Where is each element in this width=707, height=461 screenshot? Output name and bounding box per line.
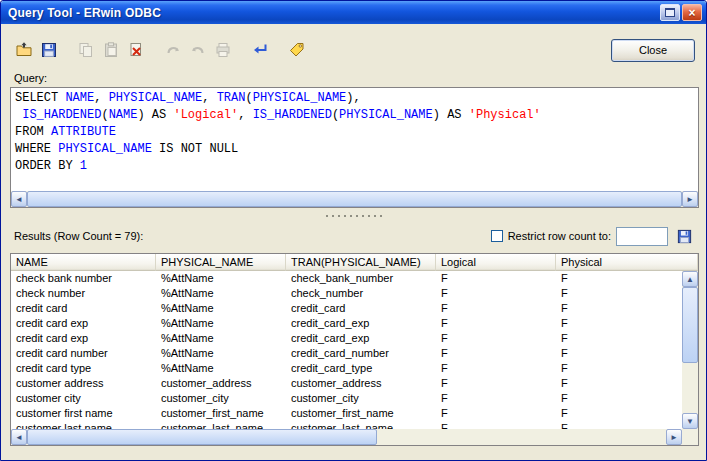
sql-token: SELECT xyxy=(15,91,65,105)
table-row[interactable]: check number%AttNamecheck_numberFF xyxy=(11,286,682,301)
sql-token: , xyxy=(238,108,252,122)
table-cell: F xyxy=(556,361,682,376)
table-row[interactable]: customer addresscustomer_addresscustomer… xyxy=(11,376,682,391)
execute-button[interactable] xyxy=(247,38,272,62)
restrict-checkbox[interactable] xyxy=(491,230,503,242)
open-icon xyxy=(15,41,33,59)
sql-token: NAME xyxy=(109,108,138,122)
table-row[interactable]: customer citycustomer_citycustomer_cityF… xyxy=(11,391,682,406)
column-header-name[interactable]: NAME xyxy=(11,254,156,271)
paste-icon xyxy=(102,41,120,59)
results-vscrollbar[interactable]: ▲ ▼ xyxy=(682,271,698,429)
results-hscrollbar[interactable]: ◄ ► xyxy=(11,429,682,445)
sql-token: NAME xyxy=(65,91,94,105)
tag-button[interactable] xyxy=(284,38,309,62)
scroll-up-button[interactable]: ▲ xyxy=(682,271,698,287)
scroll-left-button[interactable]: ◄ xyxy=(11,191,27,207)
scroll-down-button[interactable]: ▼ xyxy=(682,413,698,429)
table-cell: F xyxy=(556,406,682,421)
sql-token: PHYSICAL_NAME xyxy=(339,108,433,122)
table-cell: customer city xyxy=(11,391,156,406)
table-cell: %AttName xyxy=(156,331,286,346)
sql-token: ) xyxy=(433,108,447,122)
sql-token: FROM xyxy=(15,125,51,139)
column-header-tran-physical-name[interactable]: TRAN(PHYSICAL_NAME) xyxy=(286,254,436,271)
table-row[interactable]: customer last namecustomer_last_namecust… xyxy=(11,421,682,429)
table-cell: credit_card xyxy=(286,301,436,316)
table-cell: credit card exp xyxy=(11,331,156,346)
table-row[interactable]: check bank number%AttNamecheck_bank_numb… xyxy=(11,271,682,286)
copy-button[interactable] xyxy=(73,38,98,62)
sql-token: IS_HARDENED xyxy=(253,108,332,122)
table-cell: customer_first_name xyxy=(286,406,436,421)
table-cell: %AttName xyxy=(156,361,286,376)
scroll-left-button[interactable]: ◄ xyxy=(11,429,27,445)
sql-token: ( xyxy=(245,91,252,105)
title-bar[interactable]: Query Tool - ERwin ODBC × xyxy=(1,1,706,24)
table-cell: %AttName xyxy=(156,286,286,301)
column-header-physical-name[interactable]: PHYSICAL_NAME xyxy=(156,254,286,271)
query-line: IS_HARDENED(NAME) AS 'Logical', IS_HARDE… xyxy=(15,107,694,124)
paste-button[interactable] xyxy=(98,38,123,62)
toolbar: Close xyxy=(11,37,695,63)
table-cell: customer_first_name xyxy=(156,406,286,421)
table-cell: F xyxy=(556,331,682,346)
save-results-button[interactable] xyxy=(673,226,695,246)
table-row[interactable]: credit card type%AttNamecredit_card_type… xyxy=(11,361,682,376)
close-button[interactable]: Close xyxy=(611,39,695,62)
close-window-button[interactable]: × xyxy=(682,4,702,21)
sql-token: ORDER BY xyxy=(15,159,80,173)
table-cell: check_bank_number xyxy=(286,271,436,286)
open-button[interactable] xyxy=(11,38,36,62)
sql-token: , xyxy=(94,91,108,105)
redo-button[interactable] xyxy=(185,38,210,62)
table-row[interactable]: credit card exp%AttNamecredit_card_expFF xyxy=(11,316,682,331)
sql-token: ), xyxy=(346,91,360,105)
table-cell: F xyxy=(556,286,682,301)
sql-token: AS xyxy=(152,108,174,122)
query-hscrollbar[interactable]: ◄ ► xyxy=(11,191,698,207)
results-header-row: NAMEPHYSICAL_NAMETRAN(PHYSICAL_NAME)Logi… xyxy=(11,254,698,271)
table-cell: customer_city xyxy=(156,391,286,406)
table-cell: F xyxy=(556,391,682,406)
sql-token: ATTRIBUTE xyxy=(51,125,116,139)
splitter[interactable] xyxy=(1,209,706,223)
sql-token: PHYSICAL_NAME xyxy=(253,91,347,105)
table-row[interactable]: credit card number%AttNamecredit_card_nu… xyxy=(11,346,682,361)
maximize-button[interactable] xyxy=(660,4,680,21)
table-row[interactable]: credit card exp%AttNamecredit_card_expFF xyxy=(11,331,682,346)
sql-token: ( xyxy=(332,108,339,122)
delete-icon xyxy=(127,41,145,59)
sql-token: AS xyxy=(447,108,469,122)
undo-button[interactable] xyxy=(160,38,185,62)
scroll-thumb[interactable] xyxy=(27,191,682,207)
scroll-right-button[interactable]: ► xyxy=(666,429,682,445)
tag-icon xyxy=(288,41,306,59)
maximize-icon xyxy=(665,8,675,17)
print-button[interactable] xyxy=(210,38,235,62)
table-cell: customer address xyxy=(11,376,156,391)
results-table: NAMEPHYSICAL_NAMETRAN(PHYSICAL_NAME)Logi… xyxy=(10,253,699,446)
window-title: Query Tool - ERwin ODBC xyxy=(8,6,161,20)
sql-token: ( xyxy=(101,108,108,122)
scroll-thumb[interactable] xyxy=(682,287,698,363)
results-label: Results (Row Count = 79): xyxy=(14,230,143,242)
sql-token: 'Physical' xyxy=(469,108,541,122)
window: Query Tool - ERwin ODBC × xyxy=(0,0,707,461)
query-editor[interactable]: SELECT NAME, PHYSICAL_NAME, TRAN(PHYSICA… xyxy=(11,88,698,191)
table-cell: credit_card_exp xyxy=(286,331,436,346)
delete-button[interactable] xyxy=(123,38,148,62)
scroll-right-button[interactable]: ► xyxy=(682,191,698,207)
column-header-physical[interactable]: Physical xyxy=(556,254,698,271)
results-body: check bank number%AttNamecheck_bank_numb… xyxy=(11,271,682,429)
scroll-thumb[interactable] xyxy=(27,429,377,445)
save-button[interactable] xyxy=(36,38,61,62)
table-row[interactable]: customer first namecustomer_first_namecu… xyxy=(11,406,682,421)
table-cell: F xyxy=(556,421,682,429)
sql-token: WHERE xyxy=(15,142,58,156)
sql-token: 'Logical' xyxy=(173,108,238,122)
table-row[interactable]: credit card%AttNamecredit_cardFF xyxy=(11,301,682,316)
restrict-input[interactable] xyxy=(616,227,668,246)
column-header-logical[interactable]: Logical xyxy=(436,254,556,271)
table-cell: F xyxy=(556,346,682,361)
